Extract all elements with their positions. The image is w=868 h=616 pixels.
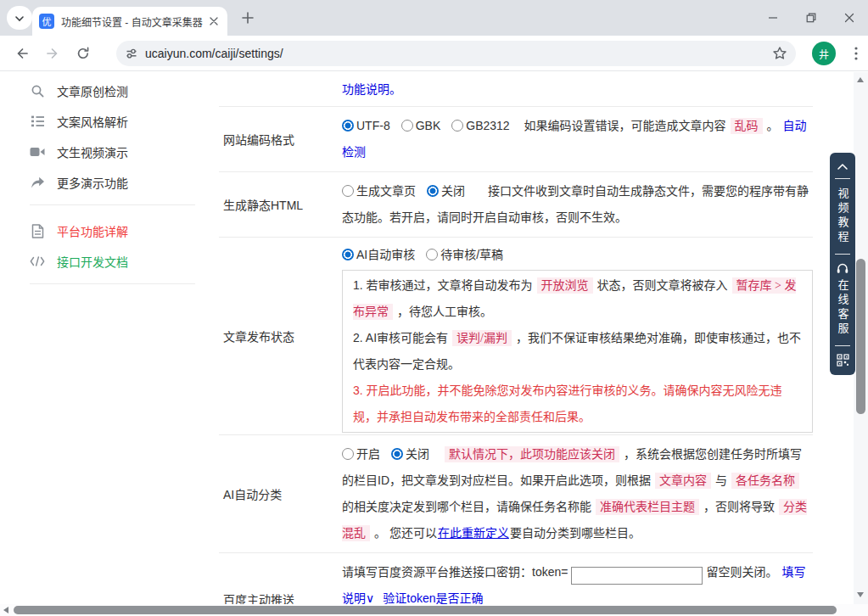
audit-notice-box: 1. 若审核通过，文章将自动发布为开放浏览状态，否则文章将被存入暂存库 > 发布… bbox=[342, 270, 813, 433]
sidebar-item-more-demos[interactable]: 更多演示功能 bbox=[30, 167, 195, 198]
radio-option[interactable]: 生成文章页 bbox=[342, 184, 416, 198]
radio-icon bbox=[451, 120, 463, 132]
back-button[interactable] bbox=[10, 42, 34, 65]
reload-button[interactable] bbox=[71, 42, 95, 65]
static-html-row: 生成静态HTML 生成文章页关闭接口文件收到文章时自动生成静态文件，需要您的程序… bbox=[219, 171, 813, 237]
radio-option[interactable]: GB2312 bbox=[451, 119, 509, 132]
tab-strip: 优 功能细节设置 - 自动文章采集器 bbox=[0, 0, 868, 36]
video-icon bbox=[30, 146, 45, 158]
divider bbox=[835, 178, 850, 179]
radio-icon bbox=[391, 448, 403, 460]
sidebar-item-api-docs[interactable]: 接口开发文档 bbox=[30, 246, 195, 277]
settings-table: 功能说明。 网站编码格式 UTF-8GBKGB2312 如果编码设置错误，可能造… bbox=[219, 72, 813, 616]
site-settings-icon[interactable] bbox=[125, 47, 138, 60]
tab-title: 功能细节设置 - 自动文章采集器 bbox=[61, 14, 207, 29]
online-service-button[interactable]: 在线客服 bbox=[837, 277, 848, 339]
bookmark-star-icon[interactable] bbox=[772, 46, 787, 61]
browser-menu-icon[interactable] bbox=[854, 47, 858, 64]
scroll-up-arrow[interactable] bbox=[857, 77, 864, 82]
radio-option[interactable]: 待审核/草稿 bbox=[426, 248, 503, 261]
sidebar-item-label: 平台功能详解 bbox=[57, 222, 128, 239]
encoding-options: UTF-8GBKGB2312 如果编码设置错误，可能造成文章内容乱码。自动检测 bbox=[342, 107, 813, 171]
share-arrow-icon bbox=[30, 176, 45, 189]
vertical-scrollbar[interactable] bbox=[854, 72, 868, 604]
radio-option[interactable]: 开启 bbox=[342, 447, 380, 461]
sidebar-item-label: 接口开发文档 bbox=[57, 253, 128, 270]
feature-description-row: 功能说明。 bbox=[219, 72, 813, 106]
text: 状态，否则文章将被存入 bbox=[597, 278, 728, 292]
close-button[interactable] bbox=[830, 0, 868, 36]
radio-icon bbox=[427, 185, 439, 197]
browser-window: 优 功能细节设置 - 自动文章采集器 bbox=[0, 0, 868, 616]
static-html-options: 生成文章页关闭接口文件收到文章时自动生成静态文件，需要您的程序带有静态功能。若开… bbox=[342, 172, 813, 237]
radio-label: GBK bbox=[416, 119, 441, 132]
text: ，否则将导致 bbox=[703, 500, 775, 513]
text: 如果编码设置错误，可能造成文章内容 bbox=[521, 119, 726, 132]
sidebar-divider bbox=[30, 283, 195, 284]
radio-label: GB2312 bbox=[466, 119, 509, 132]
radio-option-selected[interactable]: 关闭 bbox=[391, 447, 429, 461]
radio-icon bbox=[342, 185, 354, 197]
highlighted-text: 文章内容 bbox=[655, 473, 711, 489]
radio-label: 关闭 bbox=[406, 447, 429, 461]
minimize-button[interactable] bbox=[753, 0, 792, 36]
sidebar-item-originality-check[interactable]: 文章原创检测 bbox=[30, 76, 195, 106]
forward-button[interactable] bbox=[41, 42, 64, 65]
video-tutorial-button[interactable]: 视频教程 bbox=[837, 185, 848, 248]
row-label: 网站编码格式 bbox=[219, 107, 342, 171]
horizontal-scrollbar-thumb[interactable] bbox=[14, 606, 837, 614]
sidebar-item-text-to-video[interactable]: 文生视频演示 bbox=[30, 137, 195, 167]
audit-note-2: 2. AI审核可能会有误判/漏判，我们不保证审核结果绝对准确，即使审核通过，也不… bbox=[353, 325, 802, 378]
numbered-list-icon bbox=[30, 115, 45, 128]
radio-option-selected[interactable]: UTF-8 bbox=[342, 119, 390, 132]
publish-radio-group: AI自动审核待审核/草稿 bbox=[342, 242, 813, 268]
qr-code-icon[interactable] bbox=[837, 352, 849, 368]
headset-icon[interactable] bbox=[836, 260, 849, 277]
new-tab-button[interactable] bbox=[241, 11, 255, 28]
divider bbox=[835, 254, 850, 255]
sidebar-divider bbox=[30, 204, 195, 205]
radio-option[interactable]: GBK bbox=[401, 119, 441, 132]
browser-toolbar: ucaiyun.com/caiji/settings/ 井 bbox=[0, 36, 868, 71]
ai-classify-options: 开启关闭默认情况下，此项功能应该关闭，系统会根据您创建任务时所填写的栏目ID，把… bbox=[342, 435, 813, 552]
row-label: 生成静态HTML bbox=[219, 172, 342, 237]
text: 要自动分类到哪些栏目。 bbox=[510, 526, 641, 540]
highlighted-text: 默认情况下，此项功能应该关闭 bbox=[445, 446, 619, 462]
divider bbox=[835, 345, 850, 346]
publish-status-options: AI自动审核待审核/草稿 1. 若审核通过，文章将自动发布为开放浏览状态，否则文… bbox=[342, 238, 813, 434]
document-icon bbox=[30, 224, 45, 238]
sidebar-item-platform-features[interactable]: 平台功能详解 bbox=[30, 216, 195, 246]
row-label: AI自动分类 bbox=[219, 435, 342, 552]
radio-option-selected[interactable]: AI自动审核 bbox=[342, 248, 415, 261]
profile-avatar[interactable]: 井 bbox=[812, 42, 836, 65]
url-text[interactable]: ucaiyun.com/caiji/settings/ bbox=[145, 47, 772, 60]
tab-close-icon[interactable] bbox=[207, 14, 221, 28]
radio-label: 关闭 bbox=[441, 184, 465, 198]
favicon: 优 bbox=[39, 14, 54, 29]
text: 2. AI审核可能会有 bbox=[353, 331, 448, 344]
sidebar-item-label: 文案风格解析 bbox=[57, 113, 128, 130]
link[interactable]: 在此重新定义 bbox=[438, 526, 509, 540]
baidu-token-line: 请填写百度资源平台推送接口密钥：token=留空则关闭。填写说明∨验证token… bbox=[342, 565, 805, 605]
sidebar-item-style-analysis[interactable]: 文案风格解析 bbox=[30, 106, 195, 137]
code-icon bbox=[30, 255, 45, 267]
browser-tab[interactable]: 优 功能细节设置 - 自动文章采集器 bbox=[32, 7, 227, 36]
url-bar[interactable]: ucaiyun.com/caiji/settings/ bbox=[116, 41, 796, 66]
restore-button[interactable] bbox=[792, 0, 830, 36]
highlighted-text: 开放浏览 bbox=[537, 277, 593, 294]
tab-search-button[interactable] bbox=[7, 6, 32, 30]
scroll-down-arrow[interactable] bbox=[857, 592, 864, 597]
radio-label: UTF-8 bbox=[356, 119, 390, 132]
radio-label: 生成文章页 bbox=[356, 184, 416, 198]
radio-option-selected[interactable]: 关闭 bbox=[427, 184, 465, 198]
back-to-top-button[interactable] bbox=[837, 160, 848, 172]
vertical-scrollbar-thumb[interactable] bbox=[856, 259, 865, 414]
horizontal-scrollbar[interactable] bbox=[0, 604, 868, 616]
row-label: 文章发布状态 bbox=[219, 238, 342, 434]
feature-description-link[interactable]: 功能说明。 bbox=[342, 82, 401, 96]
scroll-left-arrow[interactable] bbox=[3, 607, 8, 613]
token-input[interactable] bbox=[571, 567, 703, 585]
text: 。 bbox=[767, 119, 779, 132]
audit-note-3: 3. 开启此功能，并不能免除您对发布内容进行审核的义务。请确保内容无风险无违规，… bbox=[353, 378, 802, 430]
link[interactable]: 验证token是否正确 bbox=[383, 591, 483, 605]
